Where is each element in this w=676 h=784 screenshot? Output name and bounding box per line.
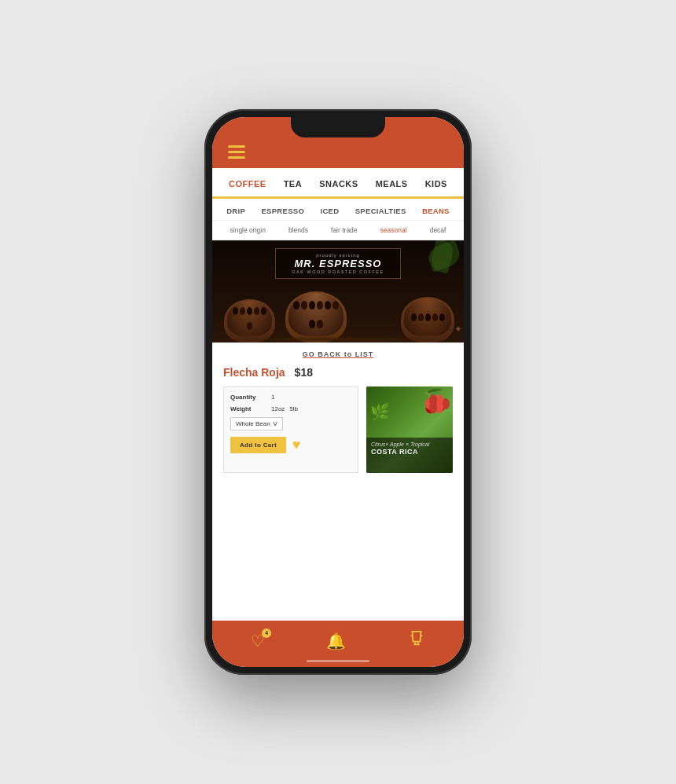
main-navigation: COFFEE TEA SNACKS MEALS KIDS <box>212 168 464 199</box>
phone-screen: COFFEE TEA SNACKS MEALS KIDS DRIP ESPRES… <box>212 117 464 667</box>
grind-arrow: V <box>274 420 277 427</box>
add-to-cart-row: Add to Cart ♥ <box>230 437 351 453</box>
hamburger-button[interactable] <box>228 145 245 159</box>
phone-frame: COFFEE TEA SNACKS MEALS KIDS DRIP ESPRES… <box>204 109 472 675</box>
subnav-iced[interactable]: ICED <box>320 207 339 215</box>
quantity-label: Quantity <box>230 394 271 401</box>
grind-label: Whole Bean <box>236 420 270 427</box>
subnav-espresso[interactable]: ESPRESSO <box>261 207 304 215</box>
brand-sub: OAK WOOD ROASTED COFFEE <box>282 269 394 274</box>
filter-decaf[interactable]: decaf <box>430 226 446 234</box>
product-price: $18 <box>295 366 313 379</box>
phone-notch <box>291 117 385 137</box>
subnav-drip[interactable]: DRIP <box>226 207 245 215</box>
weight-label: Weight <box>230 405 271 412</box>
cup-icon <box>408 630 425 651</box>
hamburger-line-1 <box>228 145 245 148</box>
product-form: Quantity 1 Weight 12oz 5lb <box>223 387 358 473</box>
weight-12oz[interactable]: 12oz <box>271 405 285 412</box>
subnav-specialties[interactable]: SPECIALTIES <box>355 207 406 215</box>
favorites-badge: 4 <box>262 628 271 638</box>
filter-row: single origin blends fair trade seasonal… <box>212 221 464 240</box>
nav-favorites[interactable]: ♡ 4 <box>251 632 265 650</box>
weight-5lb[interactable]: 5lb <box>289 405 298 412</box>
nav-kids[interactable]: KIDS <box>425 179 447 196</box>
weight-options: 12oz 5lb <box>271 405 298 412</box>
subnav-beans[interactable]: BEANS <box>422 207 450 215</box>
nav-meals[interactable]: MEALS <box>376 179 408 196</box>
go-back-link[interactable]: GO BACK to LIST <box>212 343 464 366</box>
hamburger-line-3 <box>228 156 245 159</box>
grind-select[interactable]: Whole Bean V <box>230 417 283 430</box>
bell-icon: 🔔 <box>326 632 346 650</box>
product-image: 🍒 🌿 Citrus× Apple × Tropical COSTA RICA <box>366 387 453 473</box>
app-content: COFFEE TEA SNACKS MEALS KIDS DRIP ESPRES… <box>212 168 464 621</box>
product-origin: COSTA RICA <box>371 448 448 456</box>
flavor-notes: Citrus× Apple × Tropical <box>371 441 448 447</box>
product-details: Quantity 1 Weight 12oz 5lb <box>223 387 453 473</box>
sub-navigation: DRIP ESPRESSO ICED SPECIALTIES BEANS <box>212 199 464 221</box>
favorite-icon[interactable]: ♥ <box>292 437 301 453</box>
nav-cart[interactable] <box>408 630 425 651</box>
nav-notifications[interactable]: 🔔 <box>326 632 346 650</box>
nav-tea[interactable]: TEA <box>284 179 303 196</box>
product-name: Flecha Roja <box>223 366 285 379</box>
brand-name: MR. ESPRESSO <box>282 258 394 269</box>
product-header: Flecha Roja $18 <box>223 366 453 379</box>
nav-snacks[interactable]: SNACKS <box>319 179 358 196</box>
filter-blends[interactable]: blends <box>288 226 308 234</box>
add-to-cart-button[interactable]: Add to Cart <box>230 437 286 453</box>
nav-coffee[interactable]: COFFEE <box>229 179 266 196</box>
brand-overlay: proudly serving MR. ESPRESSO OAK WOOD RO… <box>275 248 401 279</box>
coffee-banner: ✦ proudly serving MR. ESPRESSO OAK WOOD … <box>212 240 464 343</box>
product-section: Flecha Roja $18 Quantity 1 Weight 12o <box>212 366 464 484</box>
filter-seasonal[interactable]: seasonal <box>380 226 407 234</box>
quantity-row: Quantity 1 <box>230 394 351 401</box>
quantity-value: 1 <box>271 394 274 401</box>
filter-single-origin[interactable]: single origin <box>230 226 266 234</box>
grind-row: Whole Bean V <box>230 417 351 430</box>
home-indicator <box>307 660 369 662</box>
filter-fair-trade[interactable]: fair trade <box>331 226 358 234</box>
hamburger-line-2 <box>228 151 245 153</box>
weight-row: Weight 12oz 5lb <box>230 405 351 412</box>
